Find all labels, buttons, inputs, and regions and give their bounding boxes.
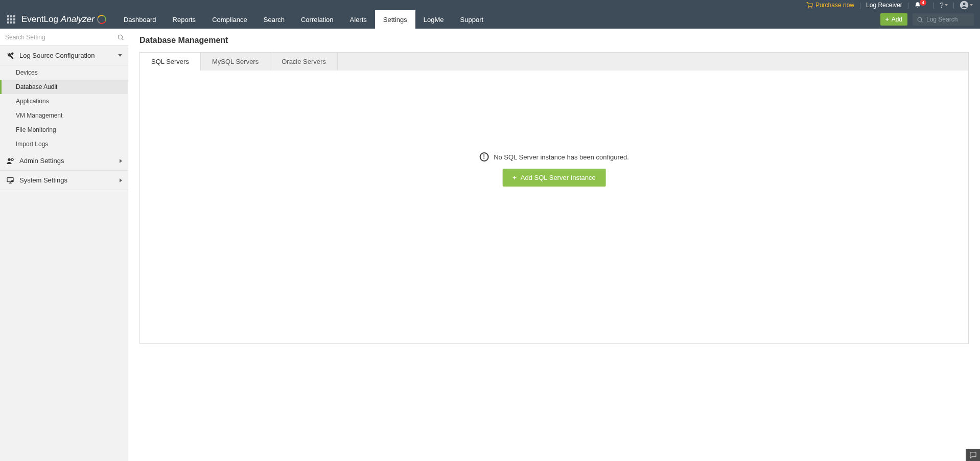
- sidebar-item-database-audit[interactable]: Database Audit: [0, 80, 128, 94]
- primary-nav: Dashboard Reports Compliance Search Corr…: [115, 10, 492, 29]
- search-icon[interactable]: [117, 34, 124, 41]
- sidebar-section-admin[interactable]: Admin Settings: [0, 151, 128, 171]
- log-search-button[interactable]: Log Search: [913, 13, 974, 26]
- tab-oracle-servers[interactable]: Oracle Servers: [270, 53, 338, 71]
- chevron-down-icon: [945, 4, 948, 6]
- main-content: Database Management SQL Servers MySQL Se…: [128, 29, 980, 461]
- empty-message-text: No SQL Server instance has been configur…: [494, 153, 629, 161]
- nav-search[interactable]: Search: [255, 10, 293, 29]
- sidebar-section-title: System Settings: [19, 176, 67, 184]
- sidebar-search-wrap: [0, 29, 128, 46]
- header-actions: + Add Log Search: [880, 10, 980, 29]
- log-search-label: Log Search: [926, 16, 958, 23]
- product-logo[interactable]: EventLog Analyzer: [21, 14, 106, 25]
- svg-point-1: [811, 7, 812, 8]
- nav-reports[interactable]: Reports: [165, 10, 204, 29]
- brand-text-2: Analyzer: [61, 14, 95, 25]
- plus-icon: +: [512, 174, 517, 181]
- system-icon: [6, 176, 14, 185]
- plus-icon: +: [885, 16, 889, 23]
- sidebar-section-items: Devices Database Audit Applications VM M…: [0, 65, 128, 151]
- svg-point-3: [963, 3, 966, 5]
- svg-point-8: [8, 158, 10, 160]
- nav-support[interactable]: Support: [452, 10, 492, 29]
- user-menu[interactable]: [960, 1, 973, 10]
- app-body: Log Source Configuration Devices Databas…: [0, 29, 980, 461]
- svg-point-0: [808, 7, 809, 8]
- help-menu[interactable]: ?: [940, 1, 948, 9]
- user-icon: [960, 1, 969, 10]
- brand-area: EventLog Analyzer: [0, 10, 115, 29]
- purchase-now-link[interactable]: Purchase now: [806, 2, 854, 9]
- chevron-right-icon: [120, 178, 122, 182]
- nav-correlation[interactable]: Correlation: [293, 10, 342, 29]
- brand-text-1: EventLog: [21, 14, 58, 25]
- log-receiver-link[interactable]: Log Receiver: [866, 2, 902, 9]
- chevron-down-icon: [970, 4, 973, 6]
- svg-point-6: [118, 35, 122, 39]
- sidebar-section-title: Admin Settings: [19, 157, 64, 165]
- apps-grid-icon[interactable]: [7, 15, 15, 24]
- add-instance-label: Add SQL Server Instance: [521, 174, 596, 181]
- sidebar-item-vm-management[interactable]: VM Management: [0, 108, 128, 123]
- empty-state: ! No SQL Server instance has been config…: [479, 152, 629, 187]
- svg-point-13: [11, 180, 13, 182]
- sidebar-section-log-source[interactable]: Log Source Configuration: [0, 46, 128, 65]
- tools-icon: [6, 52, 14, 60]
- nav-settings[interactable]: Settings: [375, 10, 415, 29]
- svg-line-7: [122, 38, 124, 40]
- db-tabs: SQL Servers MySQL Servers Oracle Servers: [139, 52, 969, 71]
- info-icon: !: [479, 152, 488, 162]
- sidebar-section-system[interactable]: System Settings: [0, 171, 128, 190]
- settings-sidebar: Log Source Configuration Devices Databas…: [0, 29, 128, 461]
- nav-dashboard[interactable]: Dashboard: [115, 10, 165, 29]
- sidebar-item-import-logs[interactable]: Import Logs: [0, 137, 128, 151]
- nav-compliance[interactable]: Compliance: [204, 10, 255, 29]
- admin-icon: [6, 157, 14, 165]
- svg-line-5: [921, 21, 922, 22]
- feedback-button[interactable]: [966, 449, 980, 461]
- search-setting-input[interactable]: [0, 29, 128, 45]
- sidebar-item-file-monitoring[interactable]: File Monitoring: [0, 123, 128, 137]
- separator: |: [859, 2, 861, 9]
- page-title: Database Management: [139, 36, 969, 45]
- nav-alerts[interactable]: Alerts: [342, 10, 375, 29]
- add-button-label: Add: [892, 16, 902, 23]
- nav-logme[interactable]: LogMe: [415, 10, 452, 29]
- chat-icon: [969, 451, 977, 459]
- svg-point-9: [11, 158, 13, 160]
- tab-mysql-servers[interactable]: MySQL Servers: [201, 53, 270, 71]
- swirl-icon: [96, 13, 107, 25]
- empty-message-row: ! No SQL Server instance has been config…: [479, 152, 629, 162]
- add-sql-server-instance-button[interactable]: + Add SQL Server Instance: [502, 169, 606, 187]
- sidebar-item-devices[interactable]: Devices: [0, 65, 128, 80]
- tab-panel: ! No SQL Server instance has been config…: [139, 71, 969, 344]
- tab-sql-servers[interactable]: SQL Servers: [140, 53, 201, 71]
- cart-icon: [806, 2, 813, 9]
- separator: |: [953, 2, 954, 9]
- help-icon: ?: [940, 1, 944, 9]
- chevron-right-icon: [120, 159, 122, 163]
- notification-count-badge: 4: [920, 0, 926, 6]
- purchase-now-label: Purchase now: [815, 2, 854, 9]
- utility-topbar: Purchase now | Log Receiver | 4 | ? |: [0, 0, 980, 10]
- chevron-down-icon: [118, 54, 122, 57]
- main-header: EventLog Analyzer Dashboard Reports Comp…: [0, 10, 980, 29]
- separator: |: [907, 2, 909, 9]
- sidebar-item-applications[interactable]: Applications: [0, 94, 128, 108]
- notifications-button[interactable]: 4: [914, 2, 928, 9]
- separator: |: [933, 2, 935, 9]
- svg-point-4: [918, 17, 922, 21]
- add-button[interactable]: + Add: [880, 13, 907, 26]
- sidebar-section-title: Log Source Configuration: [19, 52, 95, 59]
- search-icon: [917, 16, 923, 23]
